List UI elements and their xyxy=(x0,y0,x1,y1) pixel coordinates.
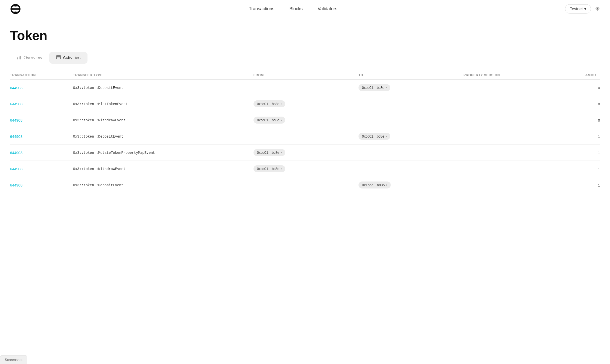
main-content: Token Overview Activities xyxy=(0,18,610,193)
chevron-right-icon: › xyxy=(386,183,387,187)
svg-rect-5 xyxy=(19,56,20,59)
from-address-badge[interactable]: 0xcd01…bc8e › xyxy=(254,100,286,107)
transfer-type: 0x3::token::DepositEvent xyxy=(73,86,124,90)
tab-overview-label: Overview xyxy=(24,55,42,60)
table-row: 6449080x3::token::DepositEvent0xcd01…bc8… xyxy=(10,80,600,96)
to-address-badge[interactable]: 0xcd01…bc8e › xyxy=(358,84,390,91)
from-address-badge[interactable]: 0xcd01…bc8e › xyxy=(254,165,286,172)
tab-activities[interactable]: Activities xyxy=(49,52,88,64)
from-address-badge[interactable]: 0xcd01…bc8e › xyxy=(254,149,286,156)
table-row: 6449080x3::token::MintTokenEvent0xcd01…b… xyxy=(10,96,600,112)
theme-toggle[interactable]: ☀ xyxy=(595,6,600,12)
property-version-cell xyxy=(464,112,558,128)
table-row: 6449080x3::token::WithdrawEvent0xcd01…bc… xyxy=(10,161,600,177)
chevron-right-icon: › xyxy=(281,167,282,171)
chevron-right-icon: › xyxy=(386,135,387,138)
logo[interactable] xyxy=(10,3,21,14)
transaction-link[interactable]: 644908 xyxy=(10,86,22,90)
to-address-badge[interactable]: 0x1bed…a835 › xyxy=(358,182,391,188)
table-row: 6449080x3::token::WithdrawEvent0xcd01…bc… xyxy=(10,112,600,128)
chevron-right-icon: › xyxy=(281,102,282,106)
property-version-cell xyxy=(464,128,558,145)
transaction-link[interactable]: 644908 xyxy=(10,167,22,171)
amount-cell: 0 xyxy=(558,96,600,112)
transaction-link[interactable]: 644908 xyxy=(10,134,22,139)
property-version-cell xyxy=(464,177,558,193)
table-row: 6449080x3::token::DepositEvent0xcd01…bc8… xyxy=(10,128,600,145)
col-header-transfer-type: TRANSFER TYPE xyxy=(73,71,254,80)
to-address-badge[interactable]: 0xcd01…bc8e › xyxy=(358,133,390,140)
transfer-type: 0x3::token::DepositEvent xyxy=(73,135,124,139)
page-title: Token xyxy=(10,28,600,43)
svg-rect-6 xyxy=(20,56,21,59)
svg-rect-4 xyxy=(17,57,18,59)
transfer-type: 0x3::token::WithdrawEvent xyxy=(73,118,126,122)
amount-cell: 1 xyxy=(558,161,600,177)
col-header-to: TO xyxy=(358,71,464,80)
chevron-right-icon: › xyxy=(281,118,282,122)
transaction-link[interactable]: 644908 xyxy=(10,118,22,122)
tabs: Overview Activities xyxy=(10,52,600,64)
nav-blocks[interactable]: Blocks xyxy=(290,6,303,11)
amount-cell: 0 xyxy=(558,112,600,128)
table-row: 6449080x3::token::MutateTokenPropertyMap… xyxy=(10,145,600,161)
transfer-type: 0x3::token::DepositEvent xyxy=(73,183,124,187)
bar-chart-icon xyxy=(17,55,22,61)
amount-cell: 1 xyxy=(558,177,600,193)
property-version-cell xyxy=(464,96,558,112)
chevron-right-icon: › xyxy=(281,151,282,154)
nav-transactions[interactable]: Transactions xyxy=(249,6,274,11)
table-row: 6449080x3::token::DepositEvent0x1bed…a83… xyxy=(10,177,600,193)
transfer-type: 0x3::token::MutateTokenPropertyMapEvent xyxy=(73,151,155,155)
transfer-type: 0x3::token::WithdrawEvent xyxy=(73,167,126,171)
nav-right: Testnet ▾ ☀ xyxy=(565,4,600,13)
tab-overview[interactable]: Overview xyxy=(10,52,49,64)
property-version-cell xyxy=(464,80,558,96)
activities-table-container: TRANSACTION TRANSFER TYPE FROM TO PROPER… xyxy=(10,71,600,193)
table-header-row: TRANSACTION TRANSFER TYPE FROM TO PROPER… xyxy=(10,71,600,80)
network-selector[interactable]: Testnet ▾ xyxy=(565,4,591,13)
list-icon xyxy=(56,55,61,61)
transfer-type: 0x3::token::MintTokenEvent xyxy=(73,102,128,106)
transaction-link[interactable]: 644908 xyxy=(10,102,22,106)
nav-links: Transactions Blocks Validators xyxy=(36,6,550,11)
navbar: Transactions Blocks Validators Testnet ▾… xyxy=(0,0,610,18)
from-address-badge[interactable]: 0xcd01…bc8e › xyxy=(254,117,286,124)
network-label: Testnet xyxy=(570,7,583,11)
activities-table: TRANSACTION TRANSFER TYPE FROM TO PROPER… xyxy=(10,71,600,193)
transaction-link[interactable]: 644908 xyxy=(10,151,22,155)
amount-cell: 0 xyxy=(558,80,600,96)
amount-cell: 1 xyxy=(558,145,600,161)
col-header-from: FROM xyxy=(254,71,358,80)
chevron-down-icon: ▾ xyxy=(584,6,586,11)
chevron-right-icon: › xyxy=(386,86,387,89)
property-version-cell xyxy=(464,145,558,161)
amount-cell: 1 xyxy=(558,128,600,145)
transaction-link[interactable]: 644908 xyxy=(10,183,22,187)
tab-activities-label: Activities xyxy=(63,55,80,60)
col-header-transaction: TRANSACTION xyxy=(10,71,73,80)
nav-validators[interactable]: Validators xyxy=(318,6,338,11)
property-version-cell xyxy=(464,161,558,177)
col-header-property-version: PROPERTY VERSION xyxy=(464,71,558,80)
col-header-amount: AMOU xyxy=(558,71,600,80)
